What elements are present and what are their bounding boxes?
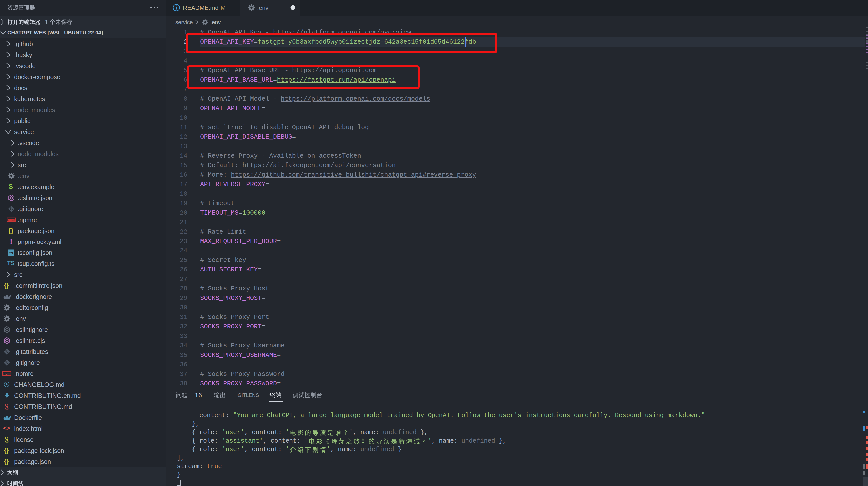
svg-text:npm: npm — [8, 218, 15, 222]
svg-text:TS: TS — [9, 252, 13, 255]
svg-text:npm: npm — [3, 372, 10, 375]
